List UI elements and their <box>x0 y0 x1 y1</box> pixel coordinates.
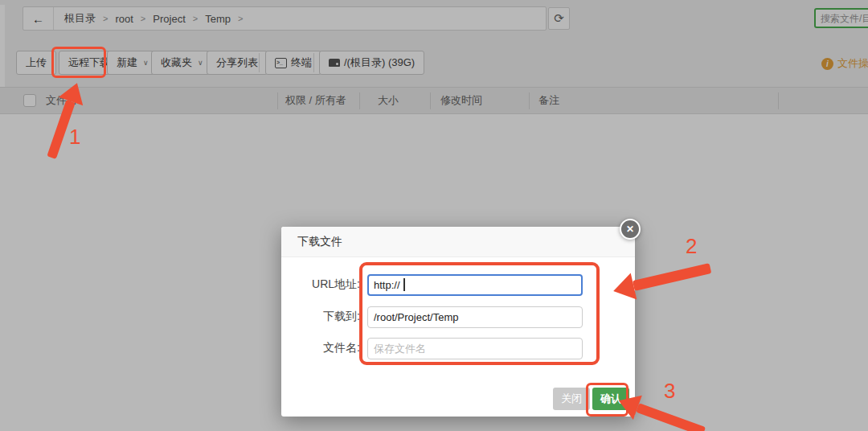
annotation-box-remote-download <box>51 47 106 78</box>
download-to-label: 下载到: <box>281 310 360 324</box>
filename-label: 文件名: <box>281 341 360 355</box>
annotation-step-2: 2 <box>686 234 697 259</box>
dialog-header[interactable]: 下载文件 <box>281 227 635 257</box>
file-manager-screen: ← 根目录 > root > Project > Temp > ⟳ 上传 远程下… <box>0 0 868 431</box>
dialog-close-x-button[interactable]: ✕ <box>620 219 641 240</box>
dialog-title: 下载文件 <box>297 235 342 249</box>
close-icon: ✕ <box>626 224 634 235</box>
url-field-label: URL地址: <box>281 277 360 292</box>
annotation-box-form-fields <box>359 262 600 365</box>
annotation-step-3: 3 <box>664 379 675 404</box>
dialog-close-button[interactable]: 关闭 <box>553 388 590 410</box>
